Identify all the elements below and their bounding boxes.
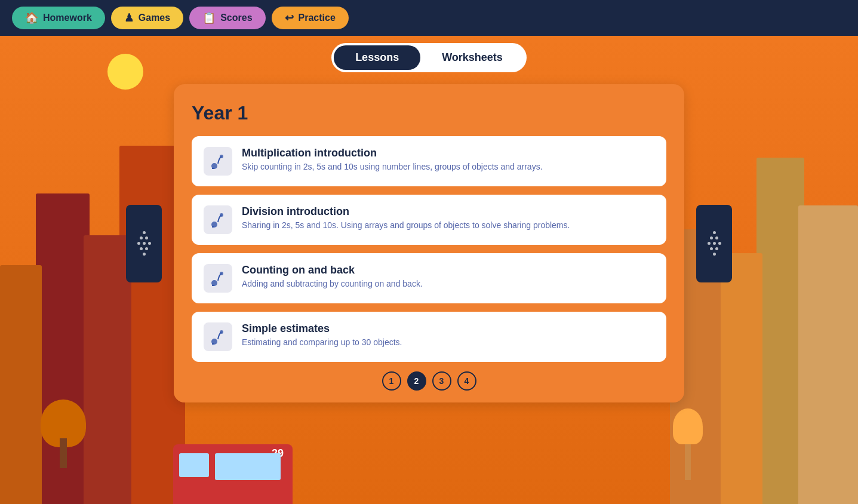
page-1-label: 1 <box>389 376 394 386</box>
worksheets-toggle-btn[interactable]: Worksheets <box>420 45 524 70</box>
prev-arrow-button[interactable] <box>126 205 162 282</box>
lesson-title-multiplication: Multiplication introduction <box>242 147 654 159</box>
lesson-item-multiplication[interactable]: Multiplication introduction Skip countin… <box>192 136 666 186</box>
lesson-title-counting: Counting on and back <box>242 264 654 276</box>
games-icon: ♟ <box>124 11 134 24</box>
page-3-btn[interactable]: 3 <box>432 371 451 391</box>
lesson-desc-multiplication: Skip counting in 2s, 5s and 10s using nu… <box>242 162 654 171</box>
practice-icon: ↩ <box>285 11 294 24</box>
tab-games-label: Games <box>139 13 170 23</box>
year-title: Year 1 <box>192 102 666 124</box>
tab-homework[interactable]: 🏠 Homework <box>12 7 105 29</box>
right-tree-top <box>673 408 703 444</box>
content-area: Lessons Worksheets Year 1 <box>0 36 858 402</box>
tab-games[interactable]: ♟ Games <box>111 7 183 29</box>
division-svg-icon <box>208 210 227 229</box>
bus-window-front <box>179 453 209 477</box>
estimates-svg-icon <box>208 327 227 346</box>
bus-window-main <box>215 453 281 480</box>
page-3-label: 3 <box>439 376 444 386</box>
tab-homework-label: Homework <box>43 13 92 23</box>
lesson-content-counting: Counting on and back Adding and subtract… <box>242 264 654 288</box>
lesson-content-division: Division introduction Sharing in 2s, 5s … <box>242 205 654 230</box>
bus-decoration: 29 <box>173 444 293 504</box>
lesson-icon-counting <box>204 264 232 293</box>
lesson-icon-estimates <box>204 322 232 351</box>
tab-practice[interactable]: ↩ Practice <box>272 7 349 29</box>
main-content-card: Year 1 Multiplication introduction Skip … <box>174 84 684 402</box>
multiplication-svg-icon <box>208 152 227 171</box>
page-2-label: 2 <box>414 376 419 386</box>
svg-point-7 <box>220 272 223 275</box>
right-tree-trunk <box>685 444 691 480</box>
next-arrow-button[interactable] <box>696 205 732 282</box>
lesson-item-counting[interactable]: Counting on and back Adding and subtract… <box>192 253 666 303</box>
page-1-btn[interactable]: 1 <box>382 371 401 391</box>
view-toggle: Lessons Worksheets <box>331 43 527 72</box>
lesson-desc-division: Sharing in 2s, 5s and 10s. Using arrays … <box>242 220 654 230</box>
lesson-title-estimates: Simple estimates <box>242 322 654 335</box>
homework-icon: 🏠 <box>25 11 38 24</box>
right-arrow-icon <box>708 231 721 256</box>
left-tree-trunk <box>60 438 67 468</box>
tab-practice-label: Practice <box>299 13 336 23</box>
svg-point-10 <box>220 330 223 334</box>
lessons-toggle-btn[interactable]: Lessons <box>334 45 420 70</box>
lesson-title-division: Division introduction <box>242 205 654 218</box>
lesson-content-estimates: Simple estimates Estimating and comparin… <box>242 322 654 347</box>
lesson-desc-estimates: Estimating and comparing up to 30 object… <box>242 337 654 347</box>
counting-svg-icon <box>208 269 227 288</box>
left-arrow-icon <box>137 231 151 256</box>
page-2-btn[interactable]: 2 <box>407 371 426 391</box>
lesson-icon-multiplication <box>204 147 232 176</box>
right-tree <box>673 408 703 480</box>
top-nav-bar: 🏠 Homework ♟ Games 📋 Scores ↩ Practice <box>0 0 858 36</box>
lesson-content-multiplication: Multiplication introduction Skip countin… <box>242 147 654 171</box>
tab-scores-label: Scores <box>220 13 252 23</box>
lesson-item-estimates[interactable]: Simple estimates Estimating and comparin… <box>192 312 666 362</box>
scores-icon: 📋 <box>202 11 216 24</box>
page-4-btn[interactable]: 4 <box>457 371 476 391</box>
pagination: 1 2 3 4 <box>192 371 666 391</box>
lesson-item-division[interactable]: Division introduction Sharing in 2s, 5s … <box>192 195 666 245</box>
lesson-icon-division <box>204 205 232 234</box>
page-4-label: 4 <box>465 376 469 386</box>
lesson-desc-counting: Adding and subtracting by counting on an… <box>242 279 654 288</box>
svg-point-1 <box>220 155 223 158</box>
svg-point-4 <box>220 213 223 217</box>
tab-scores[interactable]: 📋 Scores <box>189 7 265 29</box>
